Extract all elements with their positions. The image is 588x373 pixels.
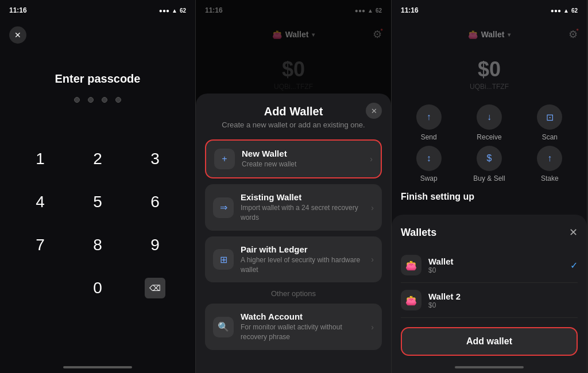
status-time-3: 11:16 xyxy=(401,6,419,14)
existing-wallet-desc: Import wallet with a 24 secret recovery … xyxy=(241,203,364,223)
send-label: Send xyxy=(421,133,437,141)
send-button[interactable]: ↑ Send xyxy=(401,104,457,141)
numpad: 1 2 3 4 5 6 7 8 9 0 ⌫ xyxy=(0,137,195,309)
signal-icon: ●●● xyxy=(159,7,169,14)
new-wallet-text: New Wallet Create new wallet xyxy=(242,149,363,169)
status-bar-1: 11:16 ●●● ▲ 62 xyxy=(0,0,195,21)
new-wallet-icon: + xyxy=(214,149,235,169)
receive-label: Receive xyxy=(477,133,501,141)
num-empty xyxy=(11,266,69,309)
wallets-popup-title: Wallets xyxy=(401,227,436,239)
wallets-popup-header: Wallets ✕ xyxy=(401,226,578,239)
num-0[interactable]: 0 xyxy=(69,266,126,309)
add-wallet-modal: ✕ Add Wallet Create a new wallet or add … xyxy=(196,94,391,373)
wallets-popup: Wallets ✕ 👛 Wallet $0 ✓ 👛 Wallet 2 $0 Ad… xyxy=(392,215,587,373)
receive-button[interactable]: ↓ Receive xyxy=(461,104,517,141)
wallet-1-name: Wallet xyxy=(428,257,563,266)
wallet-1-info: Wallet $0 xyxy=(428,257,563,274)
wifi-icon-3: ▲ xyxy=(563,7,569,14)
watch-text: Watch Account For monitor wallet activit… xyxy=(241,312,364,342)
buy-sell-button[interactable]: $ Buy & Sell xyxy=(461,146,517,182)
close-icon: ✕ xyxy=(14,30,21,40)
phone-1: 11:16 ●●● ▲ 62 ✕ Enter passcode 1 2 3 4 … xyxy=(0,0,196,373)
swap-button[interactable]: ↕ Swap xyxy=(401,146,457,182)
passcode-dot-2 xyxy=(88,97,94,103)
num-9[interactable]: 9 xyxy=(126,223,184,266)
num-4[interactable]: 4 xyxy=(11,180,69,223)
scan-label: Scan xyxy=(542,133,558,141)
num-6[interactable]: 6 xyxy=(126,180,184,223)
status-icons-3: ●●● ▲ 62 xyxy=(551,7,578,14)
wallet-1-balance: $0 xyxy=(428,266,563,274)
new-wallet-desc: Create new wallet xyxy=(242,160,363,169)
backspace-button[interactable]: ⌫ xyxy=(126,266,184,309)
new-wallet-chevron: › xyxy=(370,154,373,164)
ledger-desc: A higher level of security with hardware… xyxy=(241,255,364,275)
finish-title: Finish setting up xyxy=(401,192,578,202)
passcode-dot-3 xyxy=(102,97,107,103)
passcode-dots xyxy=(0,97,195,103)
wallet-2-name: Wallet 2 xyxy=(428,292,578,301)
stake-button[interactable]: ↑ Stake xyxy=(522,146,578,182)
wallets-popup-close-button[interactable]: ✕ xyxy=(569,226,578,239)
settings-button-3[interactable]: ⚙ ● xyxy=(568,28,578,41)
wallet-header-3[interactable]: 👛 Wallet ▾ xyxy=(459,25,520,44)
num-1[interactable]: 1 xyxy=(11,137,69,180)
existing-wallet-option[interactable]: ⇒ Existing Wallet Import wallet with a 2… xyxy=(205,184,382,231)
ledger-icon: ⊞ xyxy=(213,249,234,270)
ledger-title: Pair with Ledger xyxy=(241,244,364,254)
ledger-text: Pair with Ledger A higher level of secur… xyxy=(241,244,364,275)
status-icons-1: ●●● ▲ 62 xyxy=(159,7,186,14)
existing-wallet-chevron: › xyxy=(371,203,374,212)
num-2[interactable]: 2 xyxy=(69,137,126,180)
chevron-down-icon-3: ▾ xyxy=(508,32,510,38)
wallet-header-label-3: Wallet xyxy=(481,30,505,39)
stake-icon: ↑ xyxy=(537,146,562,171)
battery-icon: 62 xyxy=(180,7,186,14)
existing-wallet-text: Existing Wallet Import wallet with a 24 … xyxy=(241,192,364,223)
passcode-dot-4 xyxy=(115,97,121,103)
wallet-1-icon: 👛 xyxy=(401,255,421,275)
new-wallet-title: New Wallet xyxy=(242,149,363,158)
num-5[interactable]: 5 xyxy=(69,180,126,223)
signal-icon-3: ●●● xyxy=(551,7,561,14)
watch-title: Watch Account xyxy=(241,312,364,321)
wallet-2-info: Wallet 2 $0 xyxy=(428,292,578,309)
wallet-1-checkmark: ✓ xyxy=(570,260,578,271)
wifi-icon: ▲ xyxy=(172,7,177,14)
swap-label: Swap xyxy=(420,174,438,182)
ledger-option[interactable]: ⊞ Pair with Ledger A higher level of sec… xyxy=(205,236,382,283)
watch-chevron: › xyxy=(371,323,374,332)
close-button[interactable]: ✕ xyxy=(9,26,26,44)
watch-account-option[interactable]: 🔍 Watch Account For monitor wallet activ… xyxy=(205,304,382,350)
swap-icon: ↕ xyxy=(416,146,442,171)
num-8[interactable]: 8 xyxy=(69,223,126,266)
battery-icon-3: 62 xyxy=(571,7,578,14)
existing-wallet-title: Existing Wallet xyxy=(241,192,364,202)
scan-button[interactable]: ⊡ Scan xyxy=(522,104,578,141)
new-wallet-option[interactable]: + New Wallet Create new wallet › xyxy=(205,139,382,178)
action-grid: ↑ Send ↓ Receive ⊡ Scan ↕ Swap $ Buy & S… xyxy=(392,95,587,192)
home-indicator-3 xyxy=(455,366,524,368)
buy-sell-icon: $ xyxy=(477,146,502,171)
wallet-2-icon: 👛 xyxy=(401,290,421,310)
num-3[interactable]: 3 xyxy=(126,137,184,180)
existing-wallet-icon: ⇒ xyxy=(213,197,234,218)
phone-3: 11:16 ●●● ▲ 62 👛 Wallet ▾ ⚙ ● $0 UQBi...… xyxy=(392,0,587,373)
receive-icon: ↓ xyxy=(477,104,502,130)
balance-amount-3: $0 xyxy=(392,57,587,81)
wallet-item-2[interactable]: 👛 Wallet 2 $0 xyxy=(401,283,578,318)
wallet-header-icon-3: 👛 xyxy=(468,30,478,39)
watch-icon: 🔍 xyxy=(213,317,234,337)
other-options-label: Other options xyxy=(205,289,382,298)
add-wallet-button[interactable]: Add wallet xyxy=(401,327,578,356)
buy-sell-label: Buy & Sell xyxy=(473,174,505,182)
wallet-2-balance: $0 xyxy=(428,301,578,309)
modal-title: Add Wallet xyxy=(205,105,382,118)
watch-desc: For monitor wallet activity without reco… xyxy=(241,323,364,342)
wallet-item-1[interactable]: 👛 Wallet $0 ✓ xyxy=(401,248,578,283)
status-bar-3: 11:16 ●●● ▲ 62 xyxy=(392,0,587,21)
num-7[interactable]: 7 xyxy=(11,223,69,266)
modal-overlay: ✕ Add Wallet Create a new wallet or add … xyxy=(196,0,391,373)
balance-section-3: $0 UQBi...TFZF xyxy=(392,48,587,95)
